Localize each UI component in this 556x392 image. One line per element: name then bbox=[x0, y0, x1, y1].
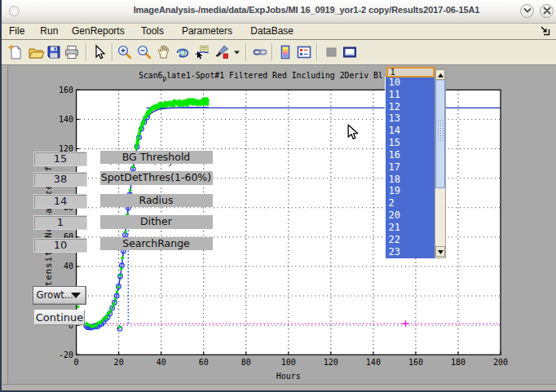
scrollbar-up-button[interactable] bbox=[435, 69, 445, 80]
detected-spot-marker bbox=[129, 188, 132, 192]
detected-spot-marker bbox=[113, 297, 117, 301]
list-item-17[interactable]: 17 bbox=[386, 161, 435, 174]
list-item-18[interactable]: 18 bbox=[386, 174, 435, 186]
detected-spot-marker bbox=[118, 274, 121, 277]
detected-spot-marker bbox=[117, 285, 120, 288]
list-item-21[interactable]: 21 bbox=[386, 222, 435, 234]
detected-spot-marker bbox=[206, 99, 210, 103]
detected-spot-marker bbox=[124, 230, 127, 233]
label-searchrange: SearchRange bbox=[100, 237, 213, 251]
y-tick-label: 40 bbox=[64, 262, 73, 271]
list-item-19[interactable]: 19 bbox=[386, 185, 435, 197]
continue-button[interactable]: Continue bbox=[34, 310, 85, 325]
list-item-15[interactable]: 15 bbox=[386, 137, 435, 149]
label-bg-threshold: BG Threshold bbox=[100, 151, 213, 165]
detected-spot-marker bbox=[121, 256, 124, 259]
x-tick-label: 80 bbox=[241, 358, 251, 367]
label-spotdetthres-1-60-: SpotDetThres(1-60%) bbox=[100, 171, 213, 185]
x-tick-label: 40 bbox=[157, 358, 166, 367]
y-tick-label: 140 bbox=[59, 115, 73, 124]
detected-spot-marker bbox=[139, 127, 143, 130]
detected-spot-marker bbox=[118, 325, 121, 328]
label-radius: Radius bbox=[100, 194, 213, 208]
x-tick-label: 60 bbox=[199, 358, 209, 367]
scrollbar-thumb[interactable] bbox=[435, 80, 445, 188]
growth-mode-dropdown[interactable]: Growt... bbox=[33, 286, 86, 305]
detected-spot-marker bbox=[142, 119, 145, 122]
detected-spot-marker bbox=[120, 267, 123, 271]
list-scrollbar[interactable] bbox=[435, 68, 446, 258]
label-dither: Dither bbox=[100, 215, 213, 229]
x-tick-label: 100 bbox=[281, 358, 296, 367]
list-item-20[interactable]: 20 bbox=[386, 209, 435, 222]
x-tick-label: 180 bbox=[451, 358, 466, 367]
detected-spot-marker bbox=[206, 102, 210, 105]
spot-number-combo[interactable]: 1 bbox=[386, 67, 435, 77]
edit-dither[interactable]: 1 bbox=[33, 215, 87, 230]
x-tick-label: 20 bbox=[114, 358, 124, 367]
edit-bg-threshold[interactable]: 15 bbox=[33, 152, 87, 166]
spot-number-list[interactable]: 10111213141516171819220212223 bbox=[385, 77, 435, 258]
detected-spot-marker bbox=[136, 137, 139, 140]
y-tick-label: 160 bbox=[59, 86, 73, 95]
edit-searchrange[interactable]: 10 bbox=[33, 238, 87, 253]
detected-spot-marker bbox=[105, 315, 108, 318]
list-item-10[interactable]: 10 bbox=[386, 77, 435, 89]
x-tick-label: 200 bbox=[493, 358, 508, 367]
list-item-16[interactable]: 16 bbox=[386, 149, 435, 161]
detected-spot-marker bbox=[115, 290, 118, 293]
list-item-13[interactable]: 13 bbox=[386, 112, 435, 125]
x-axis-label: Hours bbox=[276, 372, 301, 381]
list-item-23[interactable]: 23 bbox=[386, 246, 435, 258]
list-item-2[interactable]: 2 bbox=[386, 197, 435, 209]
detected-spot-marker bbox=[109, 309, 113, 312]
y-tick-label: -20 bbox=[59, 350, 73, 359]
x-tick-label: 140 bbox=[366, 358, 381, 367]
growth-mode-dropdown-label: Growt... bbox=[37, 289, 73, 301]
detected-spot-marker bbox=[113, 302, 116, 306]
edit-spotdetthres-1-60-[interactable]: 38 bbox=[33, 172, 87, 187]
scroll-down-arrow-icon bbox=[437, 249, 444, 255]
edit-radius[interactable]: 14 bbox=[33, 194, 87, 209]
x-tick-label: 160 bbox=[408, 358, 423, 367]
scrollbar-down-button[interactable] bbox=[435, 246, 445, 257]
list-item-11[interactable]: 11 bbox=[386, 89, 435, 101]
dropdown-arrow-icon bbox=[71, 293, 81, 298]
x-tick-label: 120 bbox=[324, 358, 338, 367]
scroll-up-arrow-icon bbox=[437, 73, 444, 79]
list-item-14[interactable]: 14 bbox=[386, 125, 435, 137]
x-tick-label: 0 bbox=[74, 358, 79, 367]
mouse-cursor bbox=[347, 124, 360, 142]
plot-title: Scan6plate1-Spot#1 Filtered Red Includin… bbox=[139, 71, 383, 80]
list-item-12[interactable]: 12 bbox=[386, 101, 435, 113]
detected-spot-marker bbox=[138, 132, 141, 135]
scrollbar-grip bbox=[437, 120, 444, 143]
list-item-22[interactable]: 22 bbox=[386, 234, 435, 246]
